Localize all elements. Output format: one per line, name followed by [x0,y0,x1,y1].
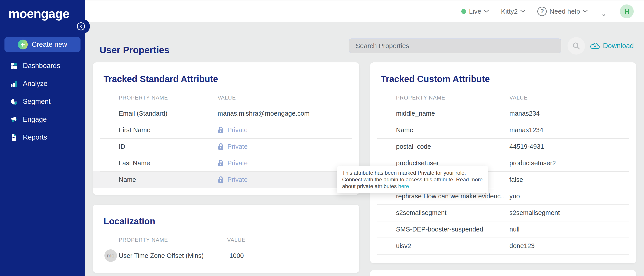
need-help-menu[interactable]: ? Need help [537,7,588,16]
property-value: productsetuser2 [510,160,556,167]
plus-icon: + [18,40,28,50]
sidebar-item-label: Dashboards [23,62,60,70]
sidebar-item-dashboards[interactable]: Dashboards [0,57,85,75]
user-avatar[interactable]: H [620,4,634,18]
property-name: postal_code [396,143,431,150]
sidebar-item-label: Analyze [23,80,48,88]
table-body: Email (Standard)manas.mishra@moengage.co… [93,105,359,188]
property-name: s2semailsegment [396,209,446,216]
property-name: rephrase How can we make evidenc... [396,192,506,200]
private-value: Private [218,160,248,167]
private-label: Private [228,143,248,150]
cloud-download-icon [590,42,600,50]
property-value: manas234 [510,110,540,117]
property-source-badge: mo [104,250,117,262]
card-tracked-custom-attribute: Tracked Custom Attribute PROPERTY NAME V… [370,62,636,263]
private-value: Private [218,143,248,150]
search-icon [572,42,580,50]
property-value: 44519-4931 [510,143,544,150]
sidebar-item-segment[interactable]: Segment [0,92,85,110]
engage-megaphone-icon [10,116,18,123]
card-title: Tracked Custom Attribute [381,74,636,84]
card-title: Tracked Standard Attribute [104,74,359,84]
need-help-label: Need help [550,8,580,15]
bell-icon [600,7,608,16]
table-row[interactable]: Last NamePrivate [93,155,359,171]
create-new-label: Create new [32,40,67,48]
search-wrap [349,38,561,53]
table-row[interactable]: IDPrivate [93,138,359,155]
card-partial-next [370,270,636,276]
table-row[interactable]: postal_code44519-4931 [370,138,636,155]
lock-icon [218,176,224,183]
column-header-value: VALUE [510,94,528,101]
property-name: First Name [119,126,150,134]
sidebar-item-engage[interactable]: Engage [0,110,85,128]
chevron-left-icon [79,24,83,28]
table-row[interactable]: uisv2done123 [370,238,636,254]
sidebar-item-label: Engage [23,116,47,124]
property-name: uisv2 [396,242,411,250]
dashboards-grid-icon [10,62,18,69]
private-value: Private [218,126,248,134]
search-input[interactable] [349,38,561,53]
property-name: middle_name [396,110,435,117]
property-value: done123 [510,242,535,250]
table-header: PROPERTY NAME VALUE [93,232,359,247]
table-row[interactable]: Namemanas1234 [370,122,636,138]
environment-label: Live [469,8,481,15]
main-content: Live Kitty2 ? Need help H User Pr [85,0,644,276]
card-title: Localization [104,216,359,226]
table-row[interactable]: middle_namemanas234 [370,105,636,122]
property-name: User Time Zone Offset (Mins) [119,252,204,260]
page-title: User Properties [100,45,170,56]
sidebar-item-reports[interactable]: Reports [0,128,85,146]
property-name: Last Name [119,160,150,167]
workspace-label: Kitty2 [501,8,518,15]
sidebar-item-label: Reports [23,133,47,141]
property-name: Name [119,176,136,184]
chevron-down-icon [520,10,525,13]
sidebar-item-analyze[interactable]: Analyze [0,75,85,92]
column-header-value: VALUE [227,237,246,243]
table-body: moUser Time Zone Offset (Mins)-1000 [93,247,359,264]
workspace-selector[interactable]: Kitty2 [501,8,525,15]
table-header: PROPERTY NAME VALUE [370,90,636,105]
private-label: Private [228,126,248,134]
property-value: null [510,226,520,233]
property-name: Email (Standard) [119,110,168,117]
property-value: manas.mishra@moengage.com [218,110,310,117]
chevron-down-icon [583,10,588,13]
property-name: productsetuser [396,160,439,167]
private-value: Private [218,176,248,184]
download-button[interactable]: Download [590,38,634,53]
download-label: Download [603,42,634,50]
search-button[interactable] [568,37,585,54]
column-header-property-name: PROPERTY NAME [119,94,168,101]
property-value: -1000 [227,252,244,260]
sidebar-collapse-button[interactable] [77,22,85,30]
moengage-logo: moengage [8,6,69,21]
sidebar-item-label: Segment [23,98,50,106]
environment-selector[interactable]: Live [461,8,489,15]
card-localization: Localization PROPERTY NAME VALUE moUser … [93,205,359,273]
segment-pie-icon [10,98,18,105]
notifications-button[interactable] [600,7,608,16]
card-tracked-standard-attribute: Tracked Standard Attribute PROPERTY NAME… [93,62,359,195]
table-header: PROPERTY NAME VALUE [93,90,359,105]
table-row[interactable]: NamePrivate [93,171,359,188]
private-attribute-tooltip: This attribute has been marked Private f… [337,166,488,193]
table-row[interactable]: First NamePrivate [93,122,359,138]
table-row[interactable]: moUser Time Zone Offset (Mins)-1000 [93,247,359,264]
create-new-button[interactable]: + Create new [4,37,80,52]
column-header-property-name: PROPERTY NAME [396,94,445,101]
private-label: Private [228,176,248,184]
tooltip-here-link[interactable]: here [398,183,409,189]
property-name: Name [396,126,413,134]
live-status-dot [461,9,466,14]
table-row[interactable]: s2semailsegments2semailsegment [370,204,636,221]
chevron-down-icon [484,10,489,13]
table-row[interactable]: Email (Standard)manas.mishra@moengage.co… [93,105,359,122]
table-row[interactable]: SMS-DEP-booster-suspendednull [370,221,636,238]
column-header-value: VALUE [218,94,236,101]
